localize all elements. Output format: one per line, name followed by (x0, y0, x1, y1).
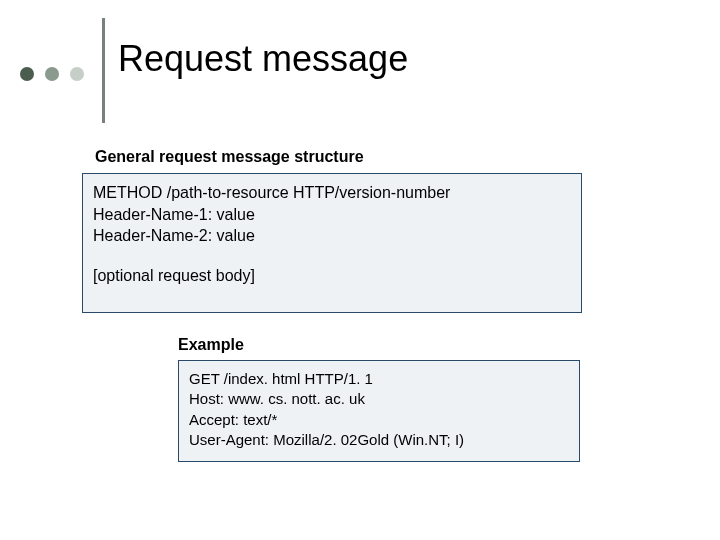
decorative-dots (20, 67, 84, 81)
slide: Request message General request message … (0, 0, 720, 540)
example-line: GET /index. html HTTP/1. 1 (189, 369, 569, 389)
structure-line: METHOD /path-to-resource HTTP/version-nu… (93, 182, 571, 204)
slide-title: Request message (118, 38, 408, 80)
structure-line: [optional request body] (93, 265, 571, 287)
example-subtitle: Example (178, 336, 244, 354)
vertical-divider (102, 18, 105, 123)
example-line: User-Agent: Mozilla/2. 02Gold (Win.NT; I… (189, 430, 569, 450)
dot-icon (45, 67, 59, 81)
blank-line (93, 247, 571, 265)
dot-icon (20, 67, 34, 81)
example-line: Accept: text/* (189, 410, 569, 430)
section-subtitle: General request message structure (95, 148, 364, 166)
example-box: GET /index. html HTTP/1. 1 Host: www. cs… (178, 360, 580, 462)
structure-line: Header-Name-1: value (93, 204, 571, 226)
structure-line: Header-Name-2: value (93, 225, 571, 247)
structure-box: METHOD /path-to-resource HTTP/version-nu… (82, 173, 582, 313)
example-line: Host: www. cs. nott. ac. uk (189, 389, 569, 409)
dot-icon (70, 67, 84, 81)
